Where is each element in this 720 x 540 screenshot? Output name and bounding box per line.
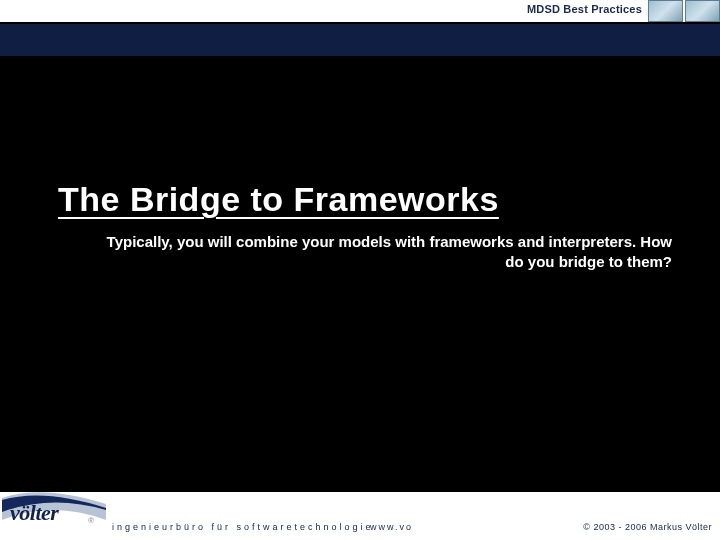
logo: völter ® [2,490,106,534]
footer-tagline: ingenieurbüro für softwaretechnologie [112,522,374,532]
header-band [0,24,720,56]
footer-copyright: © 2003 - 2006 Markus Völter [583,522,712,532]
deco-cell [648,0,683,22]
logo-text: völter [10,500,58,526]
slide-subtitle: Typically, you will combine your models … [98,232,672,273]
header-strip: MDSD Best Practices [0,0,720,22]
footer-link: www.vo [370,522,413,532]
slide-title: The Bridge to Frameworks [58,180,680,219]
deco-cell [685,0,720,22]
footer: völter ® ingenieurbüro für softwaretechn… [0,492,720,540]
header-label: MDSD Best Practices [527,3,642,15]
logo-registered: ® [88,516,94,525]
header-decoration [648,0,720,22]
slide: MDSD Best Practices The Bridge to Framew… [0,0,720,540]
